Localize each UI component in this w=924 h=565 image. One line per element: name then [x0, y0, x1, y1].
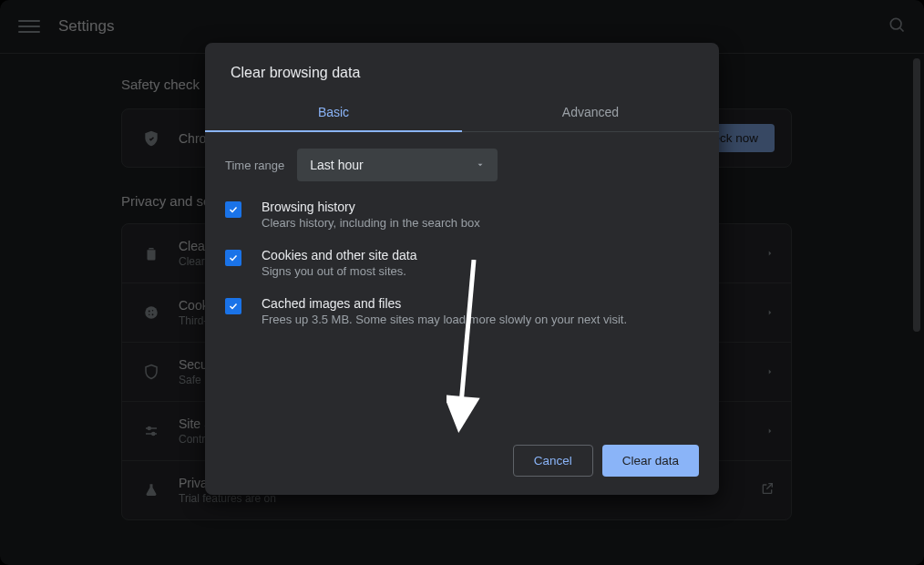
tab-basic[interactable]: Basic	[205, 94, 462, 132]
clear-data-button[interactable]: Clear data	[602, 445, 699, 477]
time-range-row: Time range Last hour	[205, 132, 719, 190]
option-title: Cookies and other site data	[262, 248, 693, 262]
modal-backdrop[interactable]: Clear browsing data Basic Advanced Time …	[0, 0, 924, 565]
option-sub: Frees up 3.5 MB. Some sites may load mor…	[262, 313, 693, 326]
option-cookies: Cookies and other site data Signs you ou…	[205, 239, 719, 287]
clear-browsing-data-dialog: Clear browsing data Basic Advanced Time …	[205, 43, 719, 495]
option-cache: Cached images and files Frees up 3.5 MB.…	[205, 287, 719, 335]
checkbox-browsing-history[interactable]	[225, 201, 241, 218]
option-title: Browsing history	[262, 200, 693, 214]
settings-app: Settings Safety check Chrome can help ke…	[0, 0, 924, 565]
dialog-title: Clear browsing data	[205, 43, 719, 94]
option-title: Cached images and files	[262, 296, 693, 311]
checkbox-cache[interactable]	[225, 298, 241, 314]
chevron-down-icon	[476, 158, 485, 172]
option-sub: Clears history, including in the search …	[262, 216, 693, 230]
time-range-label: Time range	[225, 159, 284, 172]
time-range-dropdown[interactable]: Last hour	[297, 149, 498, 181]
option-browsing-history: Browsing history Clears history, includi…	[205, 190, 719, 239]
dialog-actions: Cancel Clear data	[205, 426, 719, 477]
cancel-button[interactable]: Cancel	[513, 445, 593, 477]
time-range-value: Last hour	[310, 158, 363, 172]
tab-advanced[interactable]: Advanced	[462, 94, 719, 132]
dialog-tabs: Basic Advanced	[205, 94, 719, 132]
checkbox-cookies[interactable]	[225, 250, 241, 266]
option-sub: Signs you out of most sites.	[262, 264, 693, 278]
